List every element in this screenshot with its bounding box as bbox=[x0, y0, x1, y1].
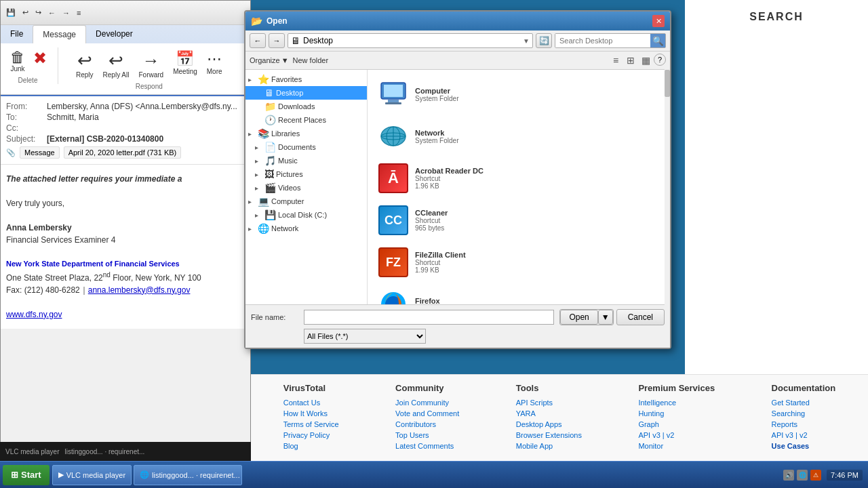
footer-link-monitor[interactable]: Monitor bbox=[638, 442, 715, 450]
videos-label: Videos bbox=[278, 184, 364, 192]
forward-nav-btn[interactable]: → bbox=[269, 33, 285, 48]
list-item[interactable]: Firefox Shortcut bbox=[373, 285, 665, 304]
refresh-btn[interactable]: 🔄 bbox=[536, 33, 552, 48]
footer-link-blog[interactable]: Blog bbox=[283, 442, 339, 450]
view-details-btn[interactable]: ⊞ bbox=[624, 54, 637, 67]
sig-web-link[interactable]: www.dfs.ny.gov bbox=[6, 310, 62, 319]
footer-link-getstarted[interactable]: Get Started bbox=[772, 399, 836, 407]
file-firefox-info: Firefox Shortcut bbox=[415, 297, 440, 305]
dialog-content: ▸ ⭐ Favorites 🖥 Desktop 📁 Downloads 🕐 Re… bbox=[245, 70, 670, 304]
footer-link-usecases[interactable]: Use Cases bbox=[772, 442, 836, 450]
file-filezilla-sub: Shortcut1.99 KB bbox=[415, 259, 466, 274]
list-item[interactable]: Computer System Folder bbox=[373, 75, 665, 113]
footer-col-title-community: Community bbox=[395, 383, 459, 393]
footer-link-apiv3v2-docs[interactable]: API v3 | v2 bbox=[772, 431, 836, 439]
dialog-title-text: Open bbox=[267, 16, 648, 26]
save-btn[interactable]: 💾 bbox=[3, 7, 18, 18]
tree-computer[interactable]: ▸ 💻 Computer bbox=[245, 195, 367, 208]
redo-btn[interactable]: ↪ bbox=[33, 7, 44, 18]
dialog-scrollbar[interactable] bbox=[665, 70, 670, 304]
tree-downloads[interactable]: 📁 Downloads bbox=[245, 100, 367, 113]
tree-network[interactable]: ▸ 🌐 Network bbox=[245, 222, 367, 235]
tab-file[interactable]: File bbox=[1, 25, 33, 43]
tree-recent-places[interactable]: 🕐 Recent Places bbox=[245, 113, 367, 127]
footer-link-searching[interactable]: Searching bbox=[772, 409, 836, 418]
footer-link-contact[interactable]: Contact Us bbox=[283, 399, 339, 407]
footer-link-reports[interactable]: Reports bbox=[772, 420, 836, 428]
footer-link-graph[interactable]: Graph bbox=[638, 420, 715, 428]
tree-desktop[interactable]: 🖥 Desktop bbox=[245, 86, 367, 100]
list-item[interactable]: CC CCleaner Shortcut965 bytes bbox=[373, 201, 665, 239]
dialog-close-button[interactable]: ✕ bbox=[652, 15, 665, 27]
file-firefox-name: Firefox bbox=[415, 297, 440, 305]
footer-link-api[interactable]: API Scripts bbox=[516, 399, 582, 407]
list-item[interactable]: FZ FileZilla Client Shortcut1.99 KB bbox=[373, 243, 665, 281]
cancel-button[interactable]: Cancel bbox=[616, 309, 665, 325]
footer-link-mobile[interactable]: Mobile App bbox=[516, 442, 582, 450]
tab-developer[interactable]: Developer bbox=[86, 25, 142, 43]
footer-link-howworks[interactable]: How It Works bbox=[283, 409, 339, 418]
scrollbar-thumb[interactable] bbox=[665, 70, 670, 97]
footer-link-terms[interactable]: Terms of Service bbox=[283, 420, 339, 428]
delete-icon-btn[interactable]: ✖ bbox=[31, 47, 50, 69]
forward-btn[interactable]: → bbox=[60, 7, 73, 18]
footer-link-privacy[interactable]: Privacy Policy bbox=[283, 431, 339, 439]
tree-favorites[interactable]: ▸ ⭐ Favorites bbox=[245, 73, 367, 86]
junk-btn[interactable]: 🗑 Junk bbox=[6, 47, 29, 75]
footer-link-join[interactable]: Join Community bbox=[395, 399, 459, 407]
filename-input[interactable] bbox=[304, 310, 554, 325]
ccleaner-symbol: CC bbox=[384, 214, 402, 228]
tree-videos[interactable]: ▸ 🎬 Videos bbox=[245, 181, 367, 195]
location-bar[interactable]: 🖥 Desktop ▼ bbox=[288, 33, 533, 48]
footer-link-vote[interactable]: Vote and Comment bbox=[395, 409, 459, 418]
organize-btn[interactable]: Organize ▼ bbox=[250, 56, 289, 64]
list-item[interactable]: Network System Folder bbox=[373, 117, 665, 155]
footer-link-desktop[interactable]: Desktop Apps bbox=[516, 420, 582, 428]
footer-link-comments[interactable]: Latest Comments bbox=[395, 442, 459, 450]
undo-btn[interactable]: ↩ bbox=[20, 7, 31, 18]
taskbar-item-vlc[interactable]: ▶ VLC media player bbox=[52, 465, 132, 485]
filetype-select[interactable]: All Files (*.*) bbox=[304, 329, 426, 344]
footer-link-apiv3v2-prem[interactable]: API v3 | v2 bbox=[638, 431, 715, 439]
tab-message[interactable]: Message bbox=[33, 25, 86, 43]
vlc-taskbar-icon: ▶ bbox=[58, 470, 64, 479]
attachment-msg[interactable]: Message bbox=[20, 146, 60, 159]
search-submit-btn[interactable]: 🔍 bbox=[650, 34, 665, 47]
footer-link-browser[interactable]: Browser Extensions bbox=[516, 431, 582, 439]
tree-pictures[interactable]: ▸ 🖼 Pictures bbox=[245, 167, 367, 181]
sig-email-link[interactable]: anna.lembersky@dfs.ny.gov bbox=[88, 285, 191, 295]
more-respond-btn[interactable]: ⋯ More bbox=[203, 47, 226, 81]
taskbar-item-browser[interactable]: 🌐 listinggood... · requirenet... bbox=[134, 465, 242, 485]
file-filezilla-info: FileZilla Client Shortcut1.99 KB bbox=[415, 251, 466, 274]
forward-ribbon-btn[interactable]: → Forward bbox=[134, 47, 167, 81]
network-label: Network bbox=[271, 224, 364, 232]
new-folder-btn[interactable]: New folder bbox=[293, 56, 329, 64]
file-acrobat-sub: Shortcut1.96 KB bbox=[415, 175, 484, 190]
reply-all-btn[interactable]: ↩ Reply All bbox=[99, 47, 134, 81]
footer-link-yara[interactable]: YARA bbox=[516, 409, 582, 418]
list-item[interactable]: Ā Acrobat Reader DC Shortcut1.96 KB bbox=[373, 159, 665, 197]
footer-link-intelligence[interactable]: Intelligence bbox=[638, 399, 715, 407]
open-dropdown-btn[interactable]: ▼ bbox=[598, 310, 613, 325]
view-list-btn[interactable]: ≡ bbox=[609, 54, 623, 67]
help-btn[interactable]: ? bbox=[654, 54, 666, 66]
open-button[interactable]: Open bbox=[560, 310, 597, 325]
footer-link-hunting[interactable]: Hunting bbox=[638, 409, 715, 418]
more-btn[interactable]: ≡ bbox=[74, 7, 83, 18]
meeting-btn[interactable]: 📅 Meeting bbox=[169, 47, 201, 81]
search-input[interactable] bbox=[555, 34, 650, 47]
tree-local-disk[interactable]: ▸ 💾 Local Disk (C:) bbox=[245, 208, 367, 222]
location-dropdown-icon[interactable]: ▼ bbox=[523, 37, 530, 45]
back-btn[interactable]: ← bbox=[45, 7, 58, 18]
footer-link-contributors[interactable]: Contributors bbox=[395, 420, 459, 428]
reply-btn[interactable]: ↩ Reply bbox=[72, 47, 98, 81]
search-bar[interactable]: 🔍 bbox=[555, 33, 666, 48]
start-button[interactable]: ⊞ Start bbox=[3, 465, 50, 485]
attachment-pdf[interactable]: April 20, 2020 letter.pdf (731 KB) bbox=[64, 146, 182, 159]
back-nav-btn[interactable]: ← bbox=[250, 33, 266, 48]
footer-link-topusers[interactable]: Top Users bbox=[395, 431, 459, 439]
tree-music[interactable]: ▸ 🎵 Music bbox=[245, 154, 367, 167]
view-icons-btn[interactable]: ▦ bbox=[639, 54, 652, 67]
tree-documents[interactable]: ▸ 📄 Documents bbox=[245, 140, 367, 154]
tree-libraries[interactable]: ▸ 📚 Libraries bbox=[245, 127, 367, 140]
